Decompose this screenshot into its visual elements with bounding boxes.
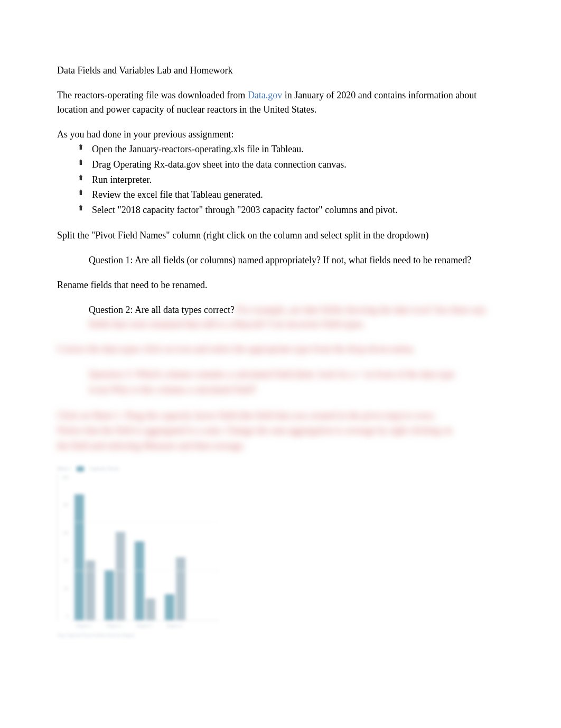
legend-swatch (77, 466, 84, 472)
bar (86, 560, 95, 620)
y-tick: 20 (64, 586, 68, 592)
list-item: Open the January-reactors-operating.xls … (77, 142, 504, 157)
y-tick: 0 (66, 613, 68, 620)
question-1: Question 1: Are all fields (or columns) … (89, 253, 504, 268)
bar (105, 570, 114, 620)
bar-group (74, 494, 95, 620)
x-axis: Region 1Region 2Region 3Region 4 (70, 621, 218, 629)
y-tick: 40 (64, 558, 68, 564)
chart-header: Sheet 1 Capacity Factor (57, 464, 218, 474)
bar (116, 532, 125, 620)
previous-assignment-intro: As you had done in your previous assignm… (57, 127, 504, 142)
hidden-sheet-line3: the field and selecting Measure and then… (57, 438, 504, 454)
hidden-correct-types: Correct the data types click on icon and… (57, 342, 504, 356)
y-tick: 100 (62, 475, 68, 481)
list-item: Drag Operating Rx-data.gov sheet into th… (77, 157, 504, 172)
bar (135, 541, 144, 620)
chart-preview: Sheet 1 Capacity Factor 100 80 60 40 20 … (57, 464, 218, 633)
bar-group (165, 557, 185, 620)
x-tick: Region 2 (104, 623, 125, 629)
data-gov-link[interactable]: Data.gov (248, 90, 282, 100)
instruction-list: Open the January-reactors-operating.xls … (77, 142, 504, 218)
bar (146, 598, 155, 620)
question-2-visible: Question 2: Are all data types correct? (89, 305, 235, 315)
list-item: Review the excel file that Tableau gener… (77, 187, 504, 202)
intro-paragraph: The reactors-operating file was download… (57, 88, 504, 117)
bar-group (105, 532, 125, 620)
y-tick: 60 (64, 530, 68, 537)
question-2-hidden-inline: For example, are date fields showing the… (237, 305, 448, 315)
hidden-sheet-line1: Click on Sheet 1. Drag the capacity fact… (57, 408, 504, 423)
hidden-question-3: Question 3: Which column contains a calc… (89, 367, 504, 398)
bar (176, 557, 185, 620)
hidden-sheet-line2: Notice that the field is aggregated to a… (57, 423, 504, 438)
x-tick: Region 3 (134, 623, 155, 629)
hidden-q3-line2: icon) Why is this column a calculated fi… (89, 382, 504, 398)
hidden-q3-line1: Question 3: Which column contains a calc… (89, 367, 504, 382)
chart-plot-area (70, 474, 218, 621)
chart-footer: Avg. Capacity Factor broken down by Regi… (57, 632, 218, 639)
bar (74, 494, 84, 620)
chart-body: 100 80 60 40 20 0 (57, 474, 218, 621)
x-tick: Region 4 (164, 623, 185, 629)
rename-instruction: Rename fields that need to be renamed. (57, 278, 504, 292)
bar (165, 594, 174, 620)
list-item: Run interpreter. (77, 172, 504, 188)
x-tick: Region 1 (74, 623, 95, 629)
doc-title: Data Fields and Variables Lab and Homewo… (57, 63, 504, 78)
y-tick: 80 (64, 502, 68, 509)
split-instruction: Split the "Pivot Field Names" column (ri… (57, 228, 504, 243)
bar-group (135, 541, 155, 620)
chart-title: Sheet 1 (57, 465, 71, 473)
list-item: Select "2018 capacity factor" through "2… (77, 202, 504, 218)
question-2: Question 2: Are all data types correct? … (89, 303, 504, 331)
hidden-sheet-instructions: Click on Sheet 1. Drag the capacity fact… (57, 408, 504, 454)
legend-label: Capacity Factor (89, 465, 119, 473)
intro-prefix: The reactors-operating file was download… (57, 90, 248, 100)
y-axis: 100 80 60 40 20 0 (58, 474, 70, 621)
